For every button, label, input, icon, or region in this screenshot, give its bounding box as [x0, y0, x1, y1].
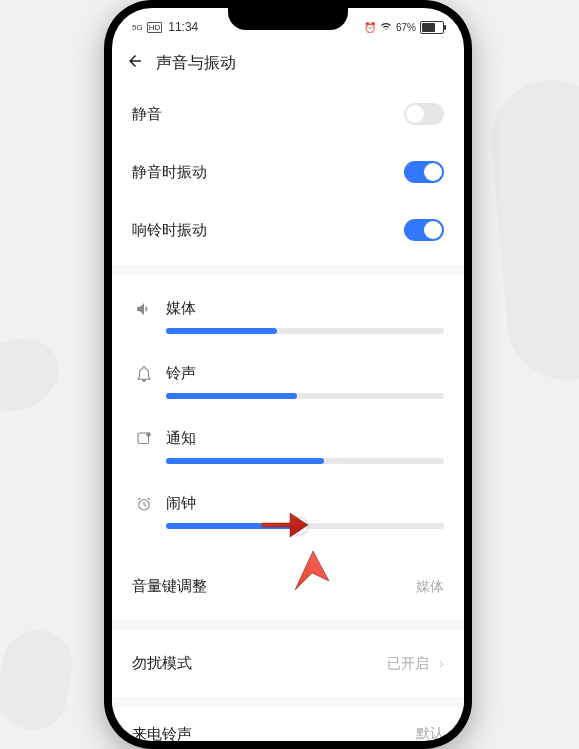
header: 声音与振动 [112, 42, 464, 85]
incoming-label: 来电铃声 [132, 725, 192, 741]
back-icon[interactable] [126, 52, 144, 75]
row-vibrate-on-ring[interactable]: 响铃时振动 [132, 201, 444, 259]
alarm-slider-track[interactable] [166, 523, 444, 529]
wifi-icon [380, 21, 392, 33]
notification-slider-track[interactable] [166, 458, 444, 464]
battery-icon [420, 21, 444, 34]
alarm-icon: ⏰ [364, 22, 376, 33]
notification-icon [132, 430, 156, 448]
svg-point-1 [146, 432, 151, 437]
vibrate-on-mute-label: 静音时振动 [132, 163, 207, 182]
volume-key-value: 媒体 [416, 578, 444, 594]
dnd-label: 勿扰模式 [132, 654, 192, 673]
row-vibrate-on-mute[interactable]: 静音时振动 [132, 143, 444, 201]
vibrate-on-ring-label: 响铃时振动 [132, 221, 207, 240]
ringtone-slider-track[interactable] [166, 393, 444, 399]
row-dnd[interactable]: 勿扰模式 已开启 › [132, 636, 444, 691]
vibrate-on-ring-toggle[interactable] [404, 219, 444, 241]
divider [112, 265, 464, 275]
bell-icon [132, 365, 156, 383]
divider-2 [112, 620, 464, 630]
media-slider-track[interactable] [166, 328, 444, 334]
incoming-value: 默认 [416, 725, 444, 741]
slider-alarm[interactable]: 闹钟 [132, 482, 444, 547]
status-time: 11:34 [168, 20, 198, 34]
chevron-right-icon: › [439, 655, 444, 671]
vibrate-on-mute-toggle[interactable] [404, 161, 444, 183]
slider-media[interactable]: 媒体 [132, 287, 444, 352]
dnd-value: 已开启 [387, 655, 429, 671]
slider-notification[interactable]: 通知 [132, 417, 444, 482]
phone-screen: 5G HD 11:34 ⏰ 67% 声音与振动 [112, 8, 464, 741]
divider-3 [112, 697, 464, 707]
mute-toggle[interactable] [404, 103, 444, 125]
signal-label: 5G [132, 23, 143, 32]
media-label: 媒体 [166, 299, 196, 318]
row-volume-key[interactable]: 音量键调整 媒体 [132, 559, 444, 614]
speaker-icon [132, 300, 156, 318]
battery-pct: 67% [396, 22, 416, 33]
row-mute[interactable]: 静音 [132, 85, 444, 143]
ringtone-label: 铃声 [166, 364, 196, 383]
alarm-label: 闹钟 [166, 494, 196, 513]
hd-label: HD [147, 22, 163, 33]
mute-label: 静音 [132, 105, 162, 124]
phone-frame: 5G HD 11:34 ⏰ 67% 声音与振动 [104, 0, 472, 749]
notification-label: 通知 [166, 429, 196, 448]
clock-icon [132, 495, 156, 513]
slider-ringtone[interactable]: 铃声 [132, 352, 444, 417]
alarm-slider-thumb[interactable] [290, 517, 308, 535]
page-title: 声音与振动 [156, 53, 236, 74]
volume-key-label: 音量键调整 [132, 577, 207, 596]
notch [228, 8, 348, 30]
row-incoming-ringtone[interactable]: 来电铃声 默认 [112, 713, 464, 741]
